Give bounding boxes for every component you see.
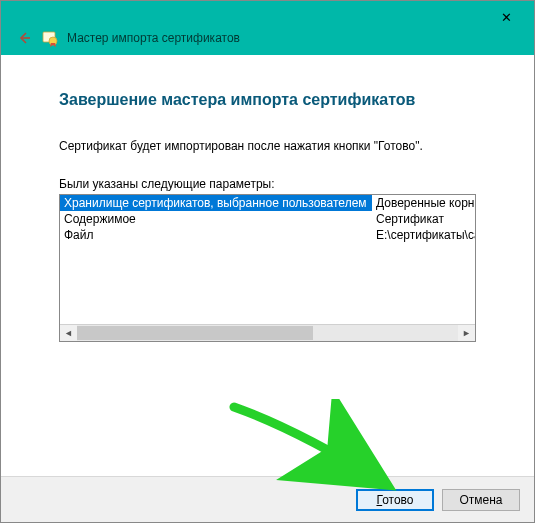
cell-param-value: Доверенные корневые центры сертификации [372,195,475,211]
back-button[interactable] [15,29,33,47]
instruction-text: Сертификат будет импортирован после нажа… [59,139,476,153]
parameters-table: Хранилище сертификатов, выбранное пользо… [59,194,476,342]
cancel-button-label: Отмена [459,493,502,507]
footer-bar: Готово Отмена [1,476,534,522]
cancel-button[interactable]: Отмена [442,489,520,511]
table-row[interactable]: Хранилище сертификатов, выбранное пользо… [60,195,475,211]
certificate-icon [41,29,59,47]
finish-button[interactable]: Готово [356,489,434,511]
content-area: Завершение мастера импорта сертификатов … [1,55,534,476]
scroll-thumb[interactable] [77,326,313,340]
cell-param-value: Сертификат [372,211,475,227]
close-button[interactable] [484,5,528,29]
titlebar: Мастер импорта сертификатов [1,1,534,55]
cell-param-name: Хранилище сертификатов, выбранное пользо… [60,195,372,211]
cell-param-value: E:\сертификаты\cabd2a79a [372,227,475,243]
window-title: Мастер импорта сертификатов [67,31,240,45]
title-row: Мастер импорта сертификатов [15,29,240,47]
cell-param-name: Содержимое [60,211,372,227]
finish-button-label: Готово [376,493,413,507]
cell-param-name: Файл [60,227,372,243]
scroll-left-button[interactable]: ◄ [60,325,77,341]
close-icon [501,10,512,25]
wizard-window: Мастер импорта сертификатов Завершение м… [0,0,535,523]
scroll-right-button[interactable]: ► [458,325,475,341]
table-row[interactable]: Файл E:\сертификаты\cabd2a79a [60,227,475,243]
parameters-label: Были указаны следующие параметры: [59,177,476,191]
page-heading: Завершение мастера импорта сертификатов [59,91,476,109]
table-row[interactable]: Содержимое Сертификат [60,211,475,227]
scroll-track[interactable] [77,325,458,341]
horizontal-scrollbar[interactable]: ◄ ► [60,324,475,341]
back-arrow-icon [16,30,32,46]
